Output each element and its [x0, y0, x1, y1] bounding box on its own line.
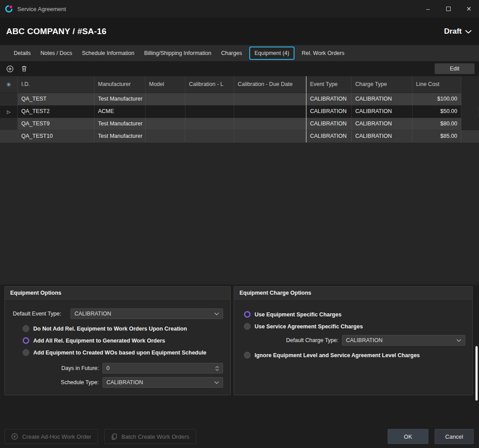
row-indicator: [0, 93, 18, 105]
batch-documents-icon: [111, 433, 118, 440]
row-filler: [461, 130, 479, 143]
page-title: ABC COMPANY / #SA-16: [6, 27, 106, 36]
delete-row-icon[interactable]: [21, 65, 27, 72]
radio-button-icon: [23, 337, 29, 344]
table-row[interactable]: QA_TEST9 Test Manufacturer CALIBRATION C…: [0, 118, 479, 130]
window-controls: – ✕: [418, 0, 479, 18]
cell-calibration-due[interactable]: [234, 93, 306, 105]
chevron-down-icon: [215, 369, 219, 371]
tab-notes-docs[interactable]: Notes / Docs: [35, 45, 77, 61]
stepper-buttons[interactable]: [215, 366, 219, 371]
cell-calibration-l[interactable]: [185, 93, 234, 105]
tab-bar: Details Notes / Docs Schedule Informatio…: [0, 45, 479, 61]
radio-ignore-equipment-and-agreement-charges[interactable]: Ignore Equipment Level and Service Agree…: [244, 349, 465, 361]
schedule-type-dropdown[interactable]: CALIBRATION: [102, 377, 223, 388]
radio-add-all-equipment[interactable]: Add All Rel. Equipment to Generated Work…: [23, 335, 223, 347]
table-row[interactable]: QA_TEST10 Test Manufacturer CALIBRATION …: [0, 130, 479, 143]
column-header-event-type[interactable]: Event Type: [306, 76, 352, 93]
tab-rel-work-orders[interactable]: Rel. Work Orders: [297, 45, 349, 61]
app-logo-icon: [4, 4, 13, 13]
tab-charges[interactable]: Charges: [216, 45, 247, 61]
cell-calibration-l[interactable]: [185, 118, 234, 130]
cell-line-cost[interactable]: $50.00: [412, 105, 461, 118]
default-charge-type-dropdown[interactable]: CALIBRATION: [342, 335, 465, 346]
cell-line-cost[interactable]: $85.00: [412, 130, 461, 143]
default-event-type-dropdown[interactable]: CALIBRATION: [71, 308, 223, 319]
column-header-manufacturer[interactable]: Manufacturer: [94, 76, 145, 93]
cell-calibration-due[interactable]: [234, 105, 306, 118]
maximize-button[interactable]: [438, 0, 459, 18]
default-charge-type-value: CALIBRATION: [346, 337, 382, 343]
grid-header-row: ✳ I.D. Manufacturer Model Calibration - …: [0, 76, 479, 93]
minimize-button[interactable]: –: [418, 0, 438, 18]
cell-id[interactable]: QA_TEST10: [18, 130, 94, 143]
create-adhoc-work-order-button[interactable]: Create Ad-Hoc Work Order: [4, 429, 98, 444]
cell-line-cost[interactable]: $80.00: [412, 118, 461, 130]
add-row-icon[interactable]: [6, 65, 14, 73]
days-in-future-label: Days in Future:: [13, 365, 102, 371]
cell-charge-type[interactable]: CALIBRATION: [352, 118, 412, 130]
cell-calibration-l[interactable]: [185, 130, 234, 143]
chevron-up-icon: [215, 366, 219, 368]
lower-panels: Equipment Options Default Event Type: CA…: [0, 284, 479, 448]
column-header-calibration-l[interactable]: Calibration - L: [185, 76, 234, 93]
table-row-selected[interactable]: ▷ QA_TEST2 ACME CALIBRATION CALIBRATION …: [0, 105, 479, 118]
radio-do-not-add-equipment[interactable]: Do Not Add Rel. Equipment to Work Orders…: [23, 323, 223, 335]
cell-manufacturer[interactable]: Test Manufacturer: [94, 130, 145, 143]
cell-model[interactable]: [145, 105, 185, 118]
grid-toolbar: Edit: [0, 61, 479, 76]
cell-model[interactable]: [145, 93, 185, 105]
tab-details[interactable]: Details: [9, 45, 35, 61]
customize-columns-button[interactable]: ✳: [0, 76, 18, 93]
cell-calibration-due[interactable]: [234, 118, 306, 130]
grid-empty-area: [0, 143, 479, 284]
cell-event-type[interactable]: CALIBRATION: [306, 118, 352, 130]
tab-equipment[interactable]: Equipment (4): [249, 47, 295, 60]
batch-create-work-orders-button[interactable]: Batch Create Work Orders: [104, 429, 196, 444]
radio-use-equipment-specific-charges[interactable]: Use Equipment Specific Charges: [244, 308, 465, 320]
cell-charge-type[interactable]: CALIBRATION: [352, 93, 412, 105]
cell-charge-type[interactable]: CALIBRATION: [352, 105, 412, 118]
cell-manufacturer[interactable]: Test Manufacturer: [94, 118, 145, 130]
ok-button[interactable]: OK: [388, 429, 428, 444]
row-filler: [461, 93, 479, 105]
cell-calibration-due[interactable]: [234, 130, 306, 143]
schedule-type-label: Schedule Type:: [13, 379, 102, 386]
cell-manufacturer[interactable]: Test Manufacturer: [94, 93, 145, 105]
cancel-button[interactable]: Cancel: [435, 429, 474, 444]
equipment-charge-options-title: Equipment Charge Options: [234, 287, 472, 300]
cell-model[interactable]: [145, 118, 185, 130]
cell-calibration-l[interactable]: [185, 105, 234, 118]
grid-header-filler: [461, 76, 479, 93]
cell-event-type[interactable]: CALIBRATION: [306, 105, 352, 118]
column-header-calibration-due[interactable]: Calibration - Due Date: [234, 76, 306, 93]
cell-event-type[interactable]: CALIBRATION: [306, 130, 352, 143]
customize-columns-icon: ✳: [6, 82, 12, 88]
cell-event-type[interactable]: CALIBRATION: [306, 93, 352, 105]
days-in-future-stepper[interactable]: 0: [102, 363, 223, 374]
cell-charge-type[interactable]: CALIBRATION: [352, 130, 412, 143]
chevron-down-icon: [465, 30, 472, 34]
equipment-options-title: Equipment Options: [5, 287, 230, 300]
column-header-id[interactable]: I.D.: [18, 76, 94, 93]
cell-id[interactable]: QA_TEST2: [18, 105, 94, 118]
cell-id[interactable]: QA_TEST: [18, 93, 94, 105]
schedule-type-value: CALIBRATION: [106, 379, 143, 386]
cell-line-cost[interactable]: $100.00: [412, 93, 461, 105]
radio-add-equipment-by-schedule[interactable]: Add Equipment to Created WOs based upon …: [23, 347, 223, 358]
column-header-model[interactable]: Model: [145, 76, 185, 93]
edit-button[interactable]: Edit: [435, 63, 475, 74]
close-button[interactable]: ✕: [459, 0, 479, 18]
column-header-line-cost[interactable]: Line Cost: [412, 76, 461, 93]
radio-use-service-agreement-charges[interactable]: Use Service Agreement Specific Charges: [244, 320, 465, 332]
column-header-charge-type[interactable]: Charge Type: [352, 76, 412, 93]
cell-manufacturer[interactable]: ACME: [94, 105, 145, 118]
cell-model[interactable]: [145, 130, 185, 143]
cell-id[interactable]: QA_TEST9: [18, 118, 94, 130]
status-dropdown[interactable]: Draft: [444, 27, 472, 36]
table-row[interactable]: QA_TEST Test Manufacturer CALIBRATION CA…: [0, 93, 479, 105]
default-charge-type-label: Default Charge Type:: [242, 337, 342, 343]
tab-schedule-information[interactable]: Schedule Information: [77, 45, 139, 61]
scrollbar-thumb[interactable]: [475, 346, 478, 401]
tab-billing-shipping-information[interactable]: Billing/Shipping Information: [139, 45, 216, 61]
